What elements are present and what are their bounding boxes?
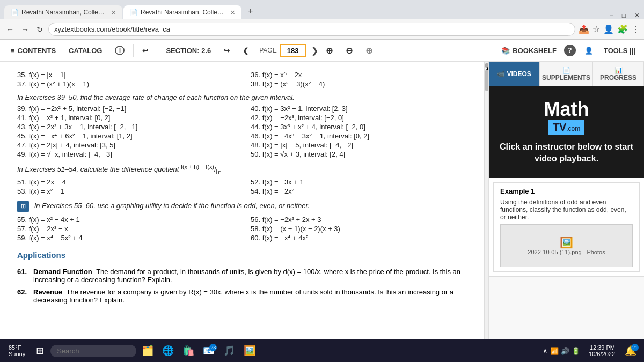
- tab-1-close[interactable]: ✕: [111, 9, 116, 16]
- mail-button[interactable]: 📧 23: [200, 343, 218, 359]
- battery-icon[interactable]: 🔋: [572, 347, 580, 355]
- exercise-43: 43. f(x) = 2x² + 3x − 1, interval: [−2, …: [17, 123, 233, 131]
- exercises-35-38: 35. f(x) = |x − 1| 36. f(x) = x⁵ − 2x 37…: [17, 71, 467, 88]
- catalog-button[interactable]: CATALOG: [62, 40, 108, 61]
- tab-2-title: Revathi Narasimhan, College Alg...: [141, 9, 225, 16]
- tab-progress[interactable]: 📊 PROGRESS: [593, 62, 644, 86]
- tab-1[interactable]: 📄 Revathi Narasimhan, College Alg... ✕: [4, 5, 122, 19]
- next-page-button[interactable]: ❯: [310, 45, 319, 57]
- back-arrow-button[interactable]: ↩: [136, 40, 155, 61]
- system-tray: ∧ 📶 🔊 🔋: [540, 347, 582, 355]
- browser-taskbar-button[interactable]: 🌐: [159, 343, 177, 359]
- exercise-39: 39. f(x) = −2x² + 5, interval: [−2, −1]: [17, 105, 233, 113]
- taskbar: 85°F Sunny ⊞ 🗂️ 🌐 🛍️ 📧 23 🎵 🖼️ ∧ 📶 🔊 🔋 1…: [0, 339, 644, 362]
- diff-quotient-header: In Exercises 51–54, calculate the differ…: [17, 164, 467, 175]
- mail-badge: 23: [209, 344, 217, 351]
- profile-icon[interactable]: 👤: [603, 24, 614, 34]
- tab-2[interactable]: 📄 Revathi Narasimhan, College Alg... ✕: [123, 5, 241, 19]
- tab-2-close[interactable]: ✕: [230, 9, 235, 16]
- exercises-39-50: 39. f(x) = −2x² + 5, interval: [−2, −1] …: [17, 105, 467, 158]
- maximize-button[interactable]: □: [618, 12, 630, 19]
- catalog-label: CATALOG: [69, 47, 102, 55]
- notification-button[interactable]: 🔔 21: [621, 343, 640, 359]
- tools-button[interactable]: TOOLS |||: [599, 47, 640, 55]
- help-button[interactable]: ?: [564, 45, 576, 56]
- exercise-45: 45. f(x) = −x⁴ + 6x² − 1, interval: [1, …: [17, 132, 233, 140]
- example-content: Using the definitions of odd and even fu…: [500, 198, 633, 267]
- volume-icon[interactable]: 🔊: [561, 347, 569, 355]
- exercise-41: 41. f(x) = x³ + 1, interval: [0, 2]: [17, 114, 233, 122]
- exercise-36: 36. f(x) = x⁵ − 2x: [251, 71, 467, 79]
- exercises-51-54: 51. f(x) = 2x − 4 52. f(x) = −3x + 1 53.…: [17, 178, 467, 195]
- minus-btn[interactable]: ⊖: [339, 40, 359, 61]
- tab-videos[interactable]: 📹 VIDEOS: [489, 62, 540, 86]
- zoom-plus-btn[interactable]: ⊕: [359, 40, 379, 61]
- video-instruction: Click an instructor below to start video…: [489, 141, 644, 165]
- exercise-50: 50. f(x) = √x + 3, interval: [2, 4]: [251, 150, 467, 158]
- new-tab-button[interactable]: +: [243, 3, 258, 19]
- video-camera-icon: 📹: [497, 70, 505, 78]
- forward-button[interactable]: →: [19, 24, 31, 35]
- more-icon[interactable]: ⋮: [631, 24, 640, 34]
- tray-up-icon[interactable]: ∧: [543, 347, 548, 355]
- exercise-58: 58. f(x) = (x + 1)(x − 2)(x + 3): [251, 225, 467, 233]
- thumbnail-label: 🖼️ 2022-10-05 (11).png - Photos: [528, 236, 605, 255]
- exercise-52: 52. f(x) = −3x + 1: [251, 178, 467, 186]
- exercise-53: 53. f(x) = x² − 1: [17, 187, 233, 195]
- music-button[interactable]: 🎵: [220, 343, 238, 359]
- exercise-55: 55. f(x) = x² − 4x + 1: [17, 216, 233, 224]
- scroll-bar[interactable]: ▲: [484, 62, 488, 362]
- exercise-38: 38. f(x) = (x² − 3)(x² − 4): [251, 80, 467, 88]
- extensions-icon[interactable]: 🧩: [617, 24, 628, 34]
- photos-button[interactable]: 🖼️: [240, 343, 259, 359]
- notification-badge: 21: [631, 344, 639, 351]
- supplements-icon: 📄: [562, 67, 570, 74]
- tv-badge: TV.com: [548, 120, 585, 135]
- store-button[interactable]: 🛍️: [179, 343, 197, 359]
- graphing-header: ⊞ In Exercises 55–60, use a graphing uti…: [17, 201, 467, 212]
- refresh-button[interactable]: ↻: [34, 24, 45, 35]
- info-button[interactable]: i: [108, 40, 131, 61]
- tab-1-title: Revathi Narasimhan, College Alg...: [21, 9, 106, 16]
- exercise-37: 37. f(x) = (x² + 1)(x − 1): [17, 80, 233, 88]
- wifi-icon[interactable]: 📶: [550, 347, 559, 355]
- info-icon: i: [115, 46, 125, 55]
- exercise-35: 35. f(x) = |x − 1|: [17, 71, 233, 79]
- section-label: SECTION: 2.6: [159, 47, 217, 55]
- left-nav-button[interactable]: ❮: [236, 40, 255, 61]
- back-button[interactable]: ←: [4, 24, 16, 35]
- scroll-up[interactable]: ▲: [485, 63, 488, 68]
- bookmark-icon[interactable]: ☆: [592, 24, 600, 34]
- scroll-thumb[interactable]: [485, 70, 488, 91]
- close-button[interactable]: ✕: [630, 12, 644, 19]
- exercise-57: 57. f(x) = 2x³ − x: [17, 225, 233, 233]
- content-area: 35. f(x) = |x − 1| 36. f(x) = x⁵ − 2x 37…: [0, 62, 484, 362]
- start-button[interactable]: ⊞: [32, 343, 48, 359]
- minimize-button[interactable]: −: [605, 12, 618, 19]
- math-logo-text: Math: [544, 100, 589, 119]
- file-explorer-button[interactable]: 🗂️: [138, 343, 157, 359]
- bookshelf-button[interactable]: 📚 BOOKSHELF: [496, 47, 562, 55]
- example-thumbnail[interactable]: 🖼️ 2022-10-05 (11).png - Photos: [500, 224, 633, 267]
- example-title: Example 1: [500, 187, 633, 195]
- exercise-44: 44. f(x) = 3x³ + x² + 4, interval: [−2, …: [251, 123, 467, 131]
- panel-tabs: 📹 VIDEOS 📄 SUPPLEMENTS 📊 PROGRESS: [489, 62, 644, 86]
- right-panel: 📹 VIDEOS 📄 SUPPLEMENTS 📊 PROGRESS Math T…: [488, 62, 644, 362]
- exercise-60: 60. f(x) = −x⁴ + 4x²: [251, 234, 467, 242]
- user-button[interactable]: 👤: [578, 40, 599, 61]
- tab-supplements[interactable]: 📄 SUPPLEMENTS: [540, 62, 593, 86]
- taskbar-search[interactable]: [50, 345, 136, 357]
- contents-button[interactable]: ≡ CONTENTS: [4, 40, 62, 61]
- exercise-51: 51. f(x) = 2x − 4: [17, 178, 233, 186]
- share-icon[interactable]: 📤: [579, 24, 589, 34]
- forward-arrow-button[interactable]: ↪: [217, 40, 236, 61]
- address-bar[interactable]: [48, 23, 575, 36]
- page-input[interactable]: [280, 44, 306, 57]
- exercise-40: 40. f(x) = 3x² − 1, interval: [2, 3]: [251, 105, 467, 113]
- page-label-text: PAGE: [259, 47, 276, 54]
- avg-rate-header: In Exercises 39–50, find the average rat…: [17, 93, 467, 101]
- plus-btn[interactable]: ⊕: [319, 40, 339, 61]
- browser-actions: 📤 ☆ 👤 🧩 ⋮: [579, 24, 640, 34]
- browser-controls: ← → ↻ 📤 ☆ 👤 🧩 ⋮: [0, 19, 644, 40]
- clock-display[interactable]: 12:39 PM 10/6/2022: [584, 344, 619, 357]
